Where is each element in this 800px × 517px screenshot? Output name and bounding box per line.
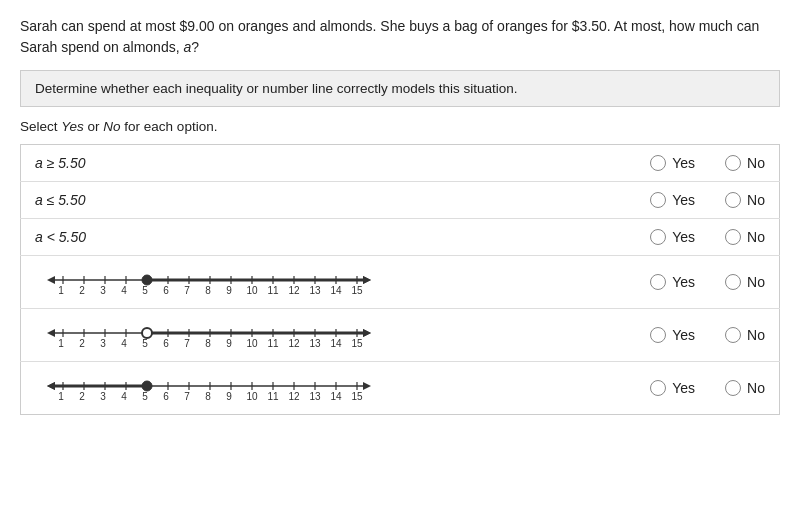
yes-option-1[interactable]: Yes xyxy=(650,155,695,171)
table-row: a < 5.50 Yes No xyxy=(21,219,780,256)
options-table: a ≥ 5.50 Yes No a ≤ 5.50 xyxy=(20,144,780,415)
radio-yes-6[interactable] xyxy=(650,380,666,396)
svg-text:14: 14 xyxy=(330,285,342,296)
select-label: Select Yes or No for each option. xyxy=(20,119,780,134)
svg-text:5: 5 xyxy=(142,391,148,402)
table-row: 1 2 3 4 5 6 7 8 9 10 11 12 13 14 xyxy=(21,256,780,309)
svg-text:7: 7 xyxy=(184,391,190,402)
no-label-2: No xyxy=(747,192,765,208)
svg-text:10: 10 xyxy=(246,391,258,402)
instruction-text: Determine whether each inequality or num… xyxy=(35,81,517,96)
option-radio-group-5: Yes No xyxy=(476,309,780,362)
yes-option-6[interactable]: Yes xyxy=(650,380,695,396)
option-radio-group-1: Yes No xyxy=(476,145,780,182)
no-label-3: No xyxy=(747,229,765,245)
option-numberline-6: 1 2 3 4 5 6 7 8 9 10 11 12 13 14 xyxy=(21,362,476,415)
radio-no-5[interactable] xyxy=(725,327,741,343)
svg-text:13: 13 xyxy=(309,338,321,349)
radio-no-1[interactable] xyxy=(725,155,741,171)
question-text: Sarah can spend at most $9.00 on oranges… xyxy=(20,16,780,58)
svg-text:4: 4 xyxy=(121,391,127,402)
radio-no-3[interactable] xyxy=(725,229,741,245)
svg-text:3: 3 xyxy=(100,285,106,296)
svg-text:3: 3 xyxy=(100,391,106,402)
yes-option-4[interactable]: Yes xyxy=(650,274,695,290)
option-expr-2: a ≤ 5.50 xyxy=(21,182,476,219)
yes-label-1: Yes xyxy=(672,155,695,171)
no-option-1[interactable]: No xyxy=(725,155,765,171)
no-label-6: No xyxy=(747,380,765,396)
svg-text:7: 7 xyxy=(184,285,190,296)
svg-point-92 xyxy=(142,381,152,391)
option-numberline-4: 1 2 3 4 5 6 7 8 9 10 11 12 13 14 xyxy=(21,256,476,309)
radio-no-6[interactable] xyxy=(725,380,741,396)
svg-marker-55 xyxy=(363,329,371,337)
option-radio-group-6: Yes No xyxy=(476,362,780,415)
radio-no-4[interactable] xyxy=(725,274,741,290)
no-option-2[interactable]: No xyxy=(725,192,765,208)
yes-option-3[interactable]: Yes xyxy=(650,229,695,245)
option-numberline-5: 1 2 3 4 5 6 7 8 9 10 11 12 13 14 xyxy=(21,309,476,362)
no-label-5: No xyxy=(747,327,765,343)
svg-text:13: 13 xyxy=(309,391,321,402)
svg-text:11: 11 xyxy=(267,391,279,402)
option-expr-3: a < 5.50 xyxy=(21,219,476,256)
svg-marker-1 xyxy=(47,276,55,284)
svg-text:9: 9 xyxy=(226,285,232,296)
svg-text:1: 1 xyxy=(58,338,64,349)
svg-point-56 xyxy=(142,328,152,338)
svg-marker-37 xyxy=(47,329,55,337)
table-row: 1 2 3 4 5 6 7 8 9 10 11 12 13 14 xyxy=(21,309,780,362)
yes-label-4: Yes xyxy=(672,274,695,290)
svg-text:15: 15 xyxy=(351,338,363,349)
svg-text:1: 1 xyxy=(58,391,64,402)
yes-option-5[interactable]: Yes xyxy=(650,327,695,343)
radio-yes-1[interactable] xyxy=(650,155,666,171)
svg-text:8: 8 xyxy=(205,338,211,349)
table-row: a ≥ 5.50 Yes No xyxy=(21,145,780,182)
svg-text:1: 1 xyxy=(58,285,64,296)
no-option-6[interactable]: No xyxy=(725,380,765,396)
svg-text:9: 9 xyxy=(226,338,232,349)
svg-text:2: 2 xyxy=(79,391,85,402)
radio-yes-4[interactable] xyxy=(650,274,666,290)
svg-marker-91 xyxy=(47,382,55,390)
svg-text:8: 8 xyxy=(205,391,211,402)
svg-marker-74 xyxy=(363,382,371,390)
svg-text:4: 4 xyxy=(121,285,127,296)
svg-text:9: 9 xyxy=(226,391,232,402)
radio-yes-2[interactable] xyxy=(650,192,666,208)
svg-text:5: 5 xyxy=(142,285,148,296)
numberline-svg-6: 1 2 3 4 5 6 7 8 9 10 11 12 13 14 xyxy=(35,372,375,404)
numberline-svg-5: 1 2 3 4 5 6 7 8 9 10 11 12 13 14 xyxy=(35,319,375,351)
svg-text:2: 2 xyxy=(79,338,85,349)
svg-text:10: 10 xyxy=(246,338,258,349)
svg-text:5: 5 xyxy=(142,338,148,349)
svg-text:12: 12 xyxy=(288,285,300,296)
svg-text:14: 14 xyxy=(330,338,342,349)
yes-label-5: Yes xyxy=(672,327,695,343)
no-option-5[interactable]: No xyxy=(725,327,765,343)
svg-text:6: 6 xyxy=(163,338,169,349)
no-label-1: No xyxy=(747,155,765,171)
radio-yes-3[interactable] xyxy=(650,229,666,245)
no-label-4: No xyxy=(747,274,765,290)
svg-text:13: 13 xyxy=(309,285,321,296)
svg-text:3: 3 xyxy=(100,338,106,349)
no-option-3[interactable]: No xyxy=(725,229,765,245)
yes-option-2[interactable]: Yes xyxy=(650,192,695,208)
svg-marker-20 xyxy=(363,276,371,284)
svg-text:12: 12 xyxy=(288,338,300,349)
svg-text:7: 7 xyxy=(184,338,190,349)
svg-text:6: 6 xyxy=(163,285,169,296)
radio-no-2[interactable] xyxy=(725,192,741,208)
option-expr-1: a ≥ 5.50 xyxy=(21,145,476,182)
option-radio-group-3: Yes No xyxy=(476,219,780,256)
svg-text:12: 12 xyxy=(288,391,300,402)
instruction-box: Determine whether each inequality or num… xyxy=(20,70,780,107)
no-option-4[interactable]: No xyxy=(725,274,765,290)
option-radio-group-4: Yes No xyxy=(476,256,780,309)
svg-text:8: 8 xyxy=(205,285,211,296)
option-radio-group-2: Yes No xyxy=(476,182,780,219)
radio-yes-5[interactable] xyxy=(650,327,666,343)
